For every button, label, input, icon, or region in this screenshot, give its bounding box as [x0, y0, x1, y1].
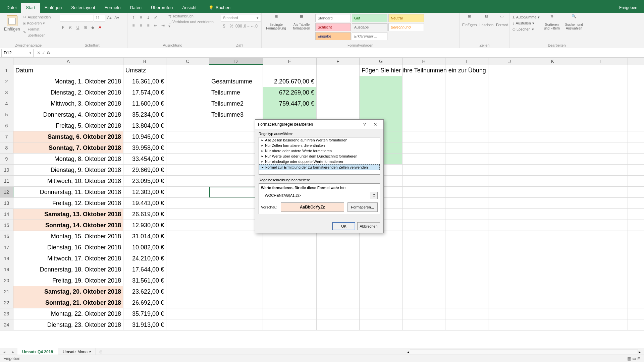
cell-L6[interactable]	[574, 120, 628, 131]
row-header[interactable]: 22	[0, 297, 13, 308]
cell-K10[interactable]	[531, 165, 574, 175]
cell-A4[interactable]: Mittwoch, 3. Oktober 2018	[13, 98, 123, 109]
cell-C23[interactable]	[166, 308, 209, 319]
cell-L21[interactable]	[574, 286, 628, 297]
style-standard[interactable]: Standard	[315, 14, 351, 22]
cell-K9[interactable]	[531, 154, 574, 164]
cell-G18[interactable]	[360, 253, 402, 264]
cell-I8[interactable]	[445, 142, 488, 153]
cell-J20[interactable]	[488, 275, 531, 286]
cell-C21[interactable]	[166, 286, 209, 297]
row-header[interactable]: 17	[0, 242, 13, 253]
cell-K20[interactable]	[531, 275, 574, 286]
row-header[interactable]: 16	[0, 231, 13, 242]
insert-cells-button[interactable]: ⊞Einfügen	[462, 14, 477, 27]
cell-E23[interactable]	[263, 308, 317, 319]
cell-I12[interactable]	[445, 187, 488, 197]
tab-page-layout[interactable]: Seitenlayout	[66, 3, 100, 13]
cell-J24[interactable]	[488, 319, 531, 330]
cell-I4[interactable]	[445, 98, 488, 109]
cell-L5[interactable]	[574, 109, 628, 120]
cell-K22[interactable]	[531, 297, 574, 308]
cell-E17[interactable]	[263, 242, 317, 253]
cell-K5[interactable]	[531, 109, 574, 120]
row-header[interactable]: 8	[0, 142, 13, 153]
number-format-combo[interactable]: Standard▾	[221, 14, 261, 21]
cell-F23[interactable]	[317, 308, 360, 319]
cell-H13[interactable]	[402, 198, 445, 208]
cell-G5[interactable]	[360, 109, 402, 120]
cell-C14[interactable]	[166, 209, 209, 220]
rule-type-item[interactable]: Nur Zellen formatieren, die enthalten	[259, 143, 380, 148]
cell-H15[interactable]	[402, 220, 445, 231]
view-page-break-button[interactable]: ⊞	[637, 356, 641, 361]
rule-type-item-selected[interactable]: Formel zur Ermittlung der zu formatieren…	[259, 164, 380, 170]
cell-A3[interactable]: Dienstag, 2. Oktober 2018	[13, 87, 123, 98]
row-header[interactable]: 2	[0, 76, 13, 87]
cell-H3[interactable]	[402, 87, 445, 98]
cell-A21[interactable]: Samstag, 20. Oktober 2018	[13, 286, 123, 297]
tab-data[interactable]: Daten	[125, 3, 146, 13]
cell-I7[interactable]	[445, 131, 488, 142]
rule-type-item[interactable]: Nur obere oder untere Werte formatieren	[259, 148, 380, 154]
cell-J12[interactable]	[488, 187, 531, 197]
row-header[interactable]: 5	[0, 109, 13, 120]
cell-J3[interactable]	[488, 87, 531, 98]
cell-J11[interactable]	[488, 176, 531, 186]
cell-I13[interactable]	[445, 198, 488, 208]
cell-J18[interactable]	[488, 253, 531, 264]
cell-I2[interactable]	[445, 76, 488, 87]
cell-D17[interactable]	[209, 242, 263, 253]
cell-A6[interactable]: Freitag, 5. Oktober 2018	[13, 120, 123, 131]
dialog-help-button[interactable]: ?	[359, 122, 370, 127]
cell-C15[interactable]	[166, 220, 209, 231]
cell-D23[interactable]	[209, 308, 263, 319]
cell-G1[interactable]: Fügen Sie hier ihre Teilnummen ein zur Ü…	[360, 65, 402, 76]
cell-I11[interactable]	[445, 176, 488, 186]
cell-L13[interactable]	[574, 198, 628, 208]
cell-C22[interactable]	[166, 297, 209, 308]
cell-H2[interactable]	[402, 76, 445, 87]
cell-A24[interactable]: Dienstag, 23. Oktober 2018	[13, 319, 123, 330]
cell-C6[interactable]	[166, 120, 209, 131]
cell-E2[interactable]: 2.205.670,00 €	[263, 76, 317, 87]
cell-A14[interactable]: Samstag, 13. Oktober 2018	[13, 209, 123, 220]
cell-C7[interactable]	[166, 131, 209, 142]
cell-E19[interactable]	[263, 264, 317, 275]
cell-C16[interactable]	[166, 231, 209, 242]
cell-H12[interactable]	[402, 187, 445, 197]
cell-J2[interactable]	[488, 76, 531, 87]
row-header[interactable]: 24	[0, 319, 13, 330]
cell-J14[interactable]	[488, 209, 531, 220]
cell-B12[interactable]: 12.303,00 €	[123, 187, 166, 197]
col-header-g[interactable]: G	[360, 58, 402, 65]
add-sheet-button[interactable]: ⊕	[96, 350, 106, 354]
align-right-button[interactable]: ≡	[145, 22, 152, 29]
cell-J9[interactable]	[488, 154, 531, 164]
style-input[interactable]: Eingabe	[315, 32, 351, 40]
tab-file[interactable]: Datei	[2, 3, 21, 13]
cell-I17[interactable]	[445, 242, 488, 253]
collapse-dialog-button[interactable]: ↥	[370, 192, 378, 199]
cell-H19[interactable]	[402, 264, 445, 275]
font-size-combo[interactable]: 11	[94, 14, 105, 21]
cell-A18[interactable]: Mittwoch, 17. Oktober 2018	[13, 253, 123, 264]
row-header[interactable]: 18	[0, 253, 13, 264]
cell-K6[interactable]	[531, 120, 574, 131]
share-button[interactable]: Freigeben	[619, 5, 637, 10]
align-center-button[interactable]: ≡	[138, 22, 144, 29]
clear-button[interactable]: ◇Löschen ▾	[513, 26, 540, 32]
merge-center-button[interactable]: ⊟ Verbinden und zentrieren ▾	[168, 20, 215, 28]
cell-L20[interactable]	[574, 275, 628, 286]
cell-F20[interactable]	[317, 275, 360, 286]
cut-button[interactable]: ✂Ausschneiden	[23, 14, 54, 20]
cell-F4[interactable]	[317, 98, 360, 109]
cell-H24[interactable]	[402, 319, 445, 330]
cell-B10[interactable]: 29.669,00 €	[123, 165, 166, 175]
cell-F24[interactable]	[317, 319, 360, 330]
cell-K1[interactable]	[531, 65, 574, 76]
cell-D20[interactable]	[209, 275, 263, 286]
col-header-d[interactable]: D	[209, 58, 263, 65]
cell-J19[interactable]	[488, 264, 531, 275]
view-page-layout-button[interactable]: ▭	[632, 356, 636, 361]
